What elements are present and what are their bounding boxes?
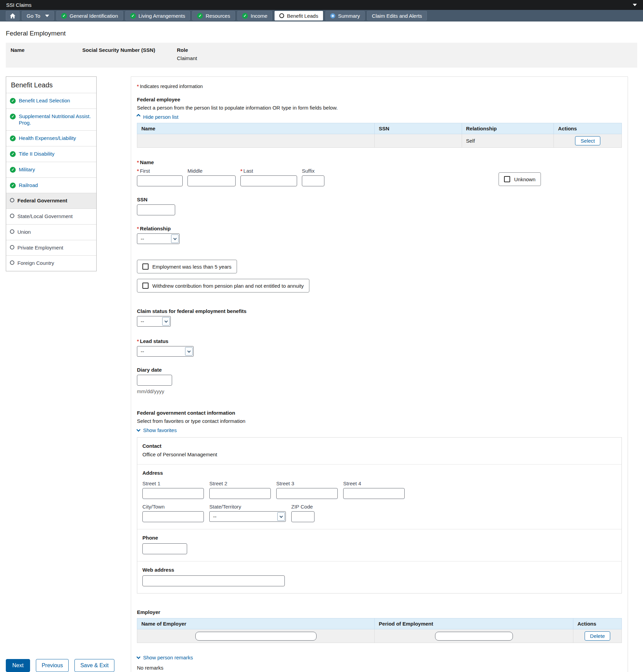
sidebar-item-federal-government[interactable]: Federal Government [6,193,96,209]
name-fields-row: *First Middle *Last Suffix Unknown [137,168,622,186]
relationship-select[interactable]: -- [137,234,180,244]
street1-input[interactable] [142,488,204,499]
next-button[interactable]: Next [6,659,30,672]
diary-date-input[interactable] [137,375,172,386]
tab-resources[interactable]: Resources [192,11,235,21]
caret-down-icon [45,15,49,17]
sidebar-item-label: Railroad [19,182,38,189]
chevron-down-icon[interactable] [633,4,637,6]
sidebar-item-supplemental-nutritional[interactable]: Supplemental Nutritional Assist. Prog. [6,109,96,131]
sidebar-item-label: State/Local Government [17,213,73,220]
footer-actions: Next Previous Save & Exit [6,659,114,672]
sidebar-item-benefit-lead-selection[interactable]: Benefit Lead Selection [6,93,96,109]
employment-less-than-5-years-label: Employment was less than 5 years [152,264,231,270]
tab-claim-edits-and-alerts[interactable]: Claim Edits and Alerts [367,11,427,21]
contact-value: Office of Personnel Management [142,451,616,457]
sidebar-item-label: Title II Disability [19,151,54,157]
person-role-value: Claimant [177,55,197,61]
city-label: City/Town [142,504,204,510]
col-header-relationship: Relationship [462,123,554,134]
tab-label: Claim Edits and Alerts [372,13,422,19]
go-to-dropdown[interactable]: Go To [22,11,54,21]
employer-name-input[interactable] [195,632,317,640]
previous-button[interactable]: Previous [36,659,69,672]
unknown-checkbox[interactable] [504,176,510,182]
tab-income[interactable]: Income [237,11,272,21]
tab-living-arrangements[interactable]: Living Arrangements [125,11,190,21]
col-header-actions: Actions [573,619,622,629]
suffix-label: Suffix [302,168,324,174]
tab-label: Income [251,13,267,19]
summary-ring-icon [330,13,335,18]
middle-name-label: Middle [187,168,235,174]
sidebar-title: Benefit Leads [6,77,96,93]
withdrew-contribution-card[interactable]: Withdrew contribution from pension plan … [137,279,310,293]
sidebar-item-label: Military [19,166,35,173]
web-address-input[interactable] [142,575,285,586]
required-note: *Indicates required information [137,84,622,89]
sidebar-item-railroad[interactable]: Railroad [6,177,96,193]
zip-input[interactable] [291,511,315,522]
dropdown-arrow-icon [185,347,193,356]
tab-summary[interactable]: Summary [325,11,365,21]
employment-less-than-5-years-checkbox[interactable] [142,263,148,270]
last-name-input[interactable] [240,175,297,186]
chevron-up-icon [136,114,141,118]
hide-person-list-link[interactable]: Hide person list [137,114,178,120]
claim-status-select[interactable]: -- [137,316,171,327]
suffix-input[interactable] [302,175,324,186]
phone-input[interactable] [142,543,187,554]
employment-less-than-5-years-card[interactable]: Employment was less than 5 years [137,260,237,273]
person-list-instruction: Select a person from the person list to … [137,105,622,111]
street3-label: Street 3 [276,481,338,486]
go-to-label: Go To [27,13,40,19]
no-remarks-text: No remarks [137,665,622,671]
chevron-down-icon [136,428,141,432]
state-select[interactable]: -- [209,511,286,522]
select-person-button[interactable]: Select [575,136,600,145]
withdrew-contribution-checkbox[interactable] [142,283,148,289]
withdrew-contribution-label: Withdrew contribution from pension plan … [152,283,304,289]
street2-input[interactable] [209,488,271,499]
street4-input[interactable] [343,488,405,499]
contact-info-heading: Federal government contact information [137,410,622,416]
sidebar-item-health-expenses[interactable]: Health Expenses/Liability [6,130,96,146]
tab-benefit-leads[interactable]: Benefit Leads [275,11,323,21]
person-ssn-value [82,55,177,61]
sidebar-item-private-employment[interactable]: Private Employment [6,240,96,256]
phone-label: Phone [142,535,616,540]
middle-name-input[interactable] [187,175,235,186]
first-name-input[interactable] [137,175,183,186]
tab-label: Resources [206,13,230,19]
ssn-label: SSN [137,197,622,202]
home-icon [10,13,15,18]
show-favorites-link[interactable]: Show favorites [137,427,177,433]
lead-status-select[interactable]: -- [137,346,194,357]
street3-input[interactable] [276,488,338,499]
check-circle-icon [10,114,16,120]
employment-period-input[interactable] [435,632,513,640]
sidebar-item-union[interactable]: Union [6,224,96,240]
relationship-label: *Relationship [137,226,622,232]
person-ssn-label: Social Security Number (SSN) [82,47,177,53]
check-circle-icon [197,13,203,19]
sidebar-item-state-local-government[interactable]: State/Local Government [6,209,96,224]
contact-section: Contact Office of Personnel Management [137,437,621,464]
sidebar-item-military[interactable]: Military [6,162,96,177]
sidebar-item-foreign-country[interactable]: Foreign Country [6,255,96,271]
lead-status-label: *Lead status [137,338,622,344]
sidebar-item-title-2-disability[interactable]: Title II Disability [6,146,96,162]
save-exit-button[interactable]: Save & Exit [74,659,114,672]
show-person-remarks-link[interactable]: Show person remarks [137,655,622,660]
circle-outline-icon [10,198,14,202]
employer-table: Name of Employer Period of Employment Ac… [137,618,622,643]
city-input[interactable] [142,511,204,522]
tab-general-identification[interactable]: General Identification [56,11,123,21]
unknown-checkbox-card[interactable]: Unknown [499,172,541,186]
home-button[interactable] [6,11,20,21]
last-name-label: *Last [240,168,297,174]
ssn-input[interactable] [137,204,175,215]
address-section: Address Street 1 Street 2 Street 3 [137,464,621,529]
delete-employer-button[interactable]: Delete [585,631,610,640]
sidebar-item-label: Health Expenses/Liability [19,135,76,142]
